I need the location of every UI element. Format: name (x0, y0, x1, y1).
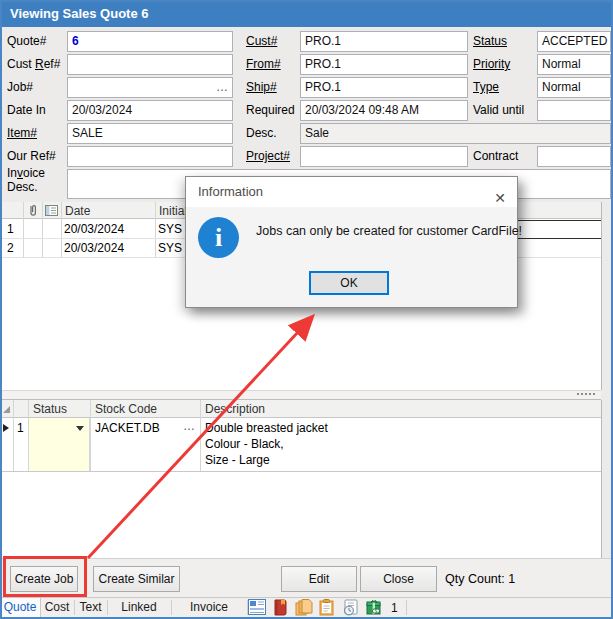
ship-number-field[interactable]: PRO.1 (300, 77, 468, 98)
close-button[interactable]: Close (360, 566, 437, 592)
cust-number-label[interactable]: Cust# (246, 34, 277, 48)
report-form-icon[interactable] (248, 599, 268, 617)
edit-button[interactable]: Edit (281, 566, 357, 592)
cust-number-field[interactable]: PRO.1 (300, 31, 468, 52)
information-dialog: Information ✕ i Jobs can only be created… (185, 176, 518, 308)
required-field[interactable]: 20/03/2024 09:48 AM (300, 100, 468, 121)
tab-linked-jobs[interactable]: Linked Jobs (107, 598, 171, 617)
paperclip-icon[interactable] (27, 204, 39, 217)
create-job-button[interactable]: Create Job (10, 566, 78, 592)
address-book-icon[interactable] (272, 599, 292, 617)
desc-field: Sale (300, 123, 611, 144)
priority-field[interactable]: Normal (537, 54, 611, 75)
valid-until-field[interactable] (537, 100, 611, 121)
job-number-field[interactable]: … (67, 77, 233, 98)
ship-number-label[interactable]: Ship# (246, 80, 277, 94)
contract-label: Contract (473, 149, 518, 163)
history-icon[interactable] (342, 599, 362, 617)
quote-number-label: Quote# (7, 34, 46, 48)
cust-ref-field[interactable] (67, 54, 233, 75)
contract-field[interactable] (537, 146, 611, 167)
dialog-ok-button[interactable]: OK (309, 271, 389, 295)
tab-cost[interactable]: Cost (40, 598, 74, 617)
copy-icon[interactable] (295, 599, 315, 617)
desc-label: Desc. (246, 126, 277, 140)
project-number-label[interactable]: Project# (246, 149, 290, 163)
date-in-label: Date In (7, 103, 46, 117)
invoice-desc-label: Invoice (7, 166, 45, 180)
required-label: Required (246, 103, 295, 117)
date-in-field[interactable]: 20/03/2024 (67, 100, 233, 121)
notes-col-date[interactable]: Date (65, 204, 90, 218)
stock-lookup-ellipsis-button[interactable]: … (183, 419, 195, 433)
gift-money-icon[interactable]: $ (365, 599, 385, 617)
qty-count-label: Qty Count: 1 (445, 572, 515, 586)
job-number-label: Job# (7, 80, 33, 94)
splitter-grip-icon[interactable] (577, 393, 595, 395)
badge-count: 1 (391, 601, 398, 615)
stock-code-value: JACKET.DB (95, 421, 160, 435)
type-label[interactable]: Type (473, 80, 499, 94)
tab-text[interactable]: Text (74, 598, 107, 617)
dialog-title: Information (198, 184, 263, 199)
note-icon[interactable] (45, 205, 58, 216)
status-label[interactable]: Status (473, 34, 507, 48)
items-col-description[interactable]: Description (205, 402, 265, 416)
quote-number-field[interactable]: 6 (67, 31, 233, 52)
info-icon: i (198, 217, 239, 258)
item-number-label[interactable]: Item# (7, 126, 37, 140)
status-field[interactable]: ACCEPTED (537, 31, 611, 52)
bottom-tab-strip: Quote Cost Text Linked Jobs Invoice Deta… (0, 597, 611, 617)
clipboard-icon[interactable] (319, 599, 339, 617)
from-number-field[interactable]: PRO.1 (300, 54, 468, 75)
current-row-marker-icon (3, 424, 9, 432)
items-col-status[interactable]: Status (33, 402, 67, 416)
window-titlebar: Viewing Sales Quote 6 (0, 0, 613, 27)
items-col-stock-code[interactable]: Stock Code (95, 402, 157, 416)
window-title: Viewing Sales Quote 6 (10, 6, 148, 21)
dialog-message: Jobs can only be created for customer Ca… (256, 224, 522, 238)
dialog-close-icon[interactable]: ✕ (494, 183, 506, 213)
our-ref-label: Our Ref# (7, 149, 56, 163)
dialog-titlebar: Information ✕ (186, 177, 517, 207)
type-field[interactable]: Normal (537, 77, 611, 98)
our-ref-field[interactable] (67, 146, 233, 167)
from-number-label[interactable]: From# (246, 57, 281, 71)
cust-ref-label: Cust Ref# (7, 57, 60, 71)
items-table: Status Stock Code Description 1 JACKET.D… (0, 400, 602, 558)
job-lookup-ellipsis-button[interactable]: … (216, 78, 229, 96)
create-similar-button[interactable]: Create Similar (93, 566, 180, 592)
status-dropdown-icon[interactable] (76, 426, 84, 431)
tab-quote[interactable]: Quote (0, 598, 41, 617)
pane-splitter[interactable] (0, 390, 601, 400)
item-number-field[interactable]: SALE (67, 123, 233, 144)
expand-all-icon[interactable] (3, 406, 10, 413)
invoice-desc-label-line2: Desc. (7, 180, 38, 194)
sales-quote-window: Viewing Sales Quote 6 Quote# 6 Cust Ref#… (0, 0, 613, 619)
tab-invoice-details[interactable]: Invoice Details (171, 598, 247, 617)
priority-label[interactable]: Priority (473, 57, 510, 71)
project-number-field[interactable] (300, 146, 468, 167)
valid-until-label: Valid until (473, 103, 524, 117)
status-cell[interactable] (29, 418, 90, 471)
